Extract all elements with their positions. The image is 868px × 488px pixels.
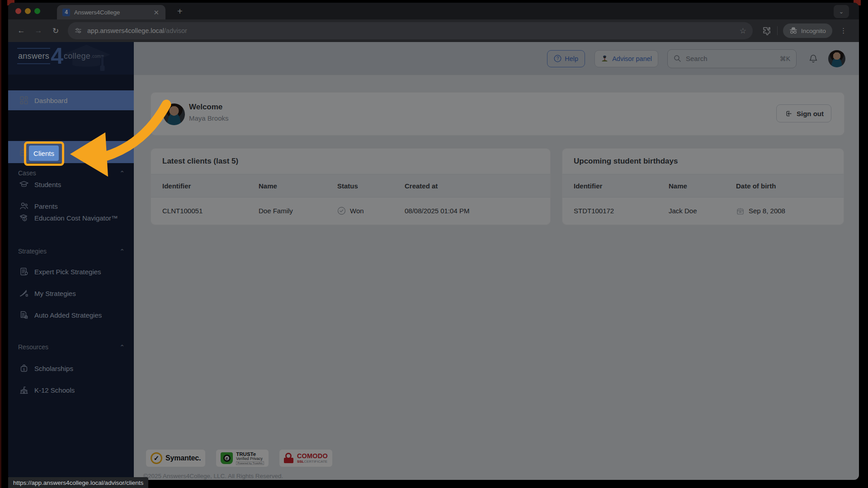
tab-search-chevron-icon[interactable]: ⌄ xyxy=(834,5,849,18)
tab-close-icon[interactable]: ✕ xyxy=(151,8,161,17)
sidebar-item-label: Scholarships xyxy=(34,365,73,372)
svg-text:?: ? xyxy=(557,56,559,61)
incognito-icon xyxy=(789,27,797,34)
col-name: Name xyxy=(259,182,337,190)
sidebar-item-k12-schools[interactable]: K-12 Schools xyxy=(8,381,134,399)
truste-subtitle: Verified Privacy xyxy=(236,457,264,461)
toolbar-divider xyxy=(777,26,778,35)
logo-dotcom-text: .com xyxy=(91,54,101,59)
app-logo[interactable]: answers 4 college .com ™ xyxy=(8,42,134,75)
search-shortcut: ⌘K xyxy=(780,55,790,62)
svg-text:$: $ xyxy=(23,367,25,371)
new-tab-button[interactable]: + xyxy=(174,6,186,17)
cell-name: Jack Doe xyxy=(669,207,736,215)
sidebar-section-resources[interactable]: Resources ⌃ xyxy=(18,340,125,354)
money-bag-icon: $ xyxy=(19,363,29,373)
comodo-badge[interactable]: COMODO SSLCERTIFICATE xyxy=(279,450,332,467)
comodo-lock-icon xyxy=(284,453,294,464)
truste-powered-by: Powered by TrustArc xyxy=(236,461,264,465)
sidebar-item-expert-pick-strategies[interactable]: Expert Pick Strategies xyxy=(8,263,134,281)
pen-icon xyxy=(19,288,29,298)
copyright-text: ©2025 Answers4College, LLC. All Rights R… xyxy=(143,473,283,479)
search-input[interactable]: Search ⌘K xyxy=(667,49,797,68)
url-text: app.answers4college.local/advisor xyxy=(87,27,187,34)
chevron-up-icon: ⌃ xyxy=(119,248,125,255)
sidebar-item-dashboard[interactable]: Dashboard xyxy=(8,90,134,110)
browser-menu-icon[interactable]: ⋮ xyxy=(838,27,849,35)
cell-status: Won xyxy=(337,206,405,215)
incognito-label: Incognito xyxy=(801,28,826,34)
close-window-button[interactable] xyxy=(15,8,21,14)
zoom-window-button[interactable] xyxy=(34,8,40,14)
sidebar-section-strategies[interactable]: Strategies ⌃ xyxy=(18,244,125,258)
table-row[interactable]: STDT100172 Jack Doe Sep 8, 2008 xyxy=(562,197,844,224)
sidebar-item-scholarships[interactable]: $ Scholarships xyxy=(8,359,134,377)
chevron-up-icon: ⌃ xyxy=(119,343,125,351)
symantec-badge[interactable]: ✓ Symantec. xyxy=(146,450,205,467)
section-label: Strategies xyxy=(18,248,47,255)
table-row[interactable]: CLNT100051 Doe Family Won 08/08/2025 01:… xyxy=(151,197,550,224)
bookmark-star-icon[interactable]: ☆ xyxy=(740,26,746,36)
extensions-icon[interactable] xyxy=(762,26,771,35)
advisor-icon xyxy=(601,55,609,62)
search-icon xyxy=(674,55,681,62)
desktop-wallpaper-sliver xyxy=(0,0,1,488)
tab-title: Answers4College xyxy=(74,9,151,16)
notifications-bell-icon[interactable] xyxy=(808,54,818,64)
comodo-title: COMODO xyxy=(297,453,328,460)
question-circle-icon: ? xyxy=(554,55,561,62)
site-info-icon[interactable] xyxy=(74,27,82,35)
school-building-icon xyxy=(19,385,29,395)
truste-shield-icon: e xyxy=(221,452,233,464)
dob-text: Sep 8, 2008 xyxy=(749,207,785,215)
browser-tab[interactable]: 4 Answers4College ✕ xyxy=(57,5,165,19)
status-text: Won xyxy=(350,207,364,215)
section-label: Resources xyxy=(18,343,48,351)
sidebar-item-my-strategies[interactable]: My Strategies xyxy=(8,284,134,302)
logo-answers-text: answers xyxy=(17,48,50,64)
sidebar-item-label: Students xyxy=(34,181,61,188)
help-label: Help xyxy=(565,55,578,62)
clients-table-header: Identifier Name Status Created at xyxy=(151,174,550,197)
graduation-cap-icon xyxy=(19,179,29,189)
col-status: Status xyxy=(337,182,405,190)
cell-identifier: CLNT100051 xyxy=(162,207,259,215)
cap-dollar-icon: $ xyxy=(19,213,29,223)
logout-icon xyxy=(784,109,793,118)
reload-icon[interactable]: ↻ xyxy=(49,24,62,38)
sidebar-item-education-cost-navigator[interactable]: $ Education Cost Navigator™ xyxy=(8,209,134,227)
welcome-card: Welcome Maya Brooks Sign out xyxy=(151,92,844,136)
logo-tm-text: ™ xyxy=(101,55,104,58)
annotation-clients-chip[interactable]: Clients xyxy=(29,145,59,161)
sidebar-item-students[interactable]: Students xyxy=(8,175,134,193)
clipboard-check-icon xyxy=(19,267,29,277)
welcome-title: Welcome xyxy=(189,103,229,112)
cell-identifier: STDT100172 xyxy=(574,207,669,215)
advisor-panel-label: Advisor panel xyxy=(612,55,652,62)
sign-out-label: Sign out xyxy=(797,110,824,117)
dashboard-icon xyxy=(19,95,29,105)
address-bar[interactable]: app.answers4college.local/advisor ☆ xyxy=(68,22,753,39)
col-identifier: Identifier xyxy=(162,182,259,190)
birthdays-card: Upcoming student birthdays Identifier Na… xyxy=(562,148,844,225)
help-button[interactable]: ? Help xyxy=(547,50,585,67)
forward-icon[interactable]: → xyxy=(32,24,45,38)
user-avatar[interactable] xyxy=(828,50,845,67)
browser-toolbar: ← → ↻ app.answers4college.local/advisor … xyxy=(8,19,859,42)
sidebar-item-label: Dashboard xyxy=(34,97,67,104)
document-gear-icon xyxy=(19,310,29,320)
truste-badge[interactable]: e TRUSTe Verified Privacy Powered by Tru… xyxy=(216,450,269,467)
check-circle-icon xyxy=(337,206,346,215)
page-content: Welcome Maya Brooks Sign out Latest clie… xyxy=(134,75,859,480)
logo-college-text: college xyxy=(64,52,90,61)
sidebar-item-label: Auto Added Strategies xyxy=(34,311,102,319)
minimize-window-button[interactable] xyxy=(25,8,31,14)
sidebar-item-label: Education Cost Navigator™ xyxy=(34,214,118,222)
welcome-user-name: Maya Brooks xyxy=(189,114,229,122)
sidebar-item-auto-added-strategies[interactable]: Auto Added Strategies xyxy=(8,306,134,324)
back-icon[interactable]: ← xyxy=(14,24,28,38)
sign-out-button[interactable]: Sign out xyxy=(776,104,831,122)
advisor-panel-button[interactable]: Advisor panel xyxy=(594,50,658,67)
col-created-at: Created at xyxy=(405,182,550,190)
main-area: ? Help Advisor panel Search ⌘K xyxy=(134,42,859,480)
